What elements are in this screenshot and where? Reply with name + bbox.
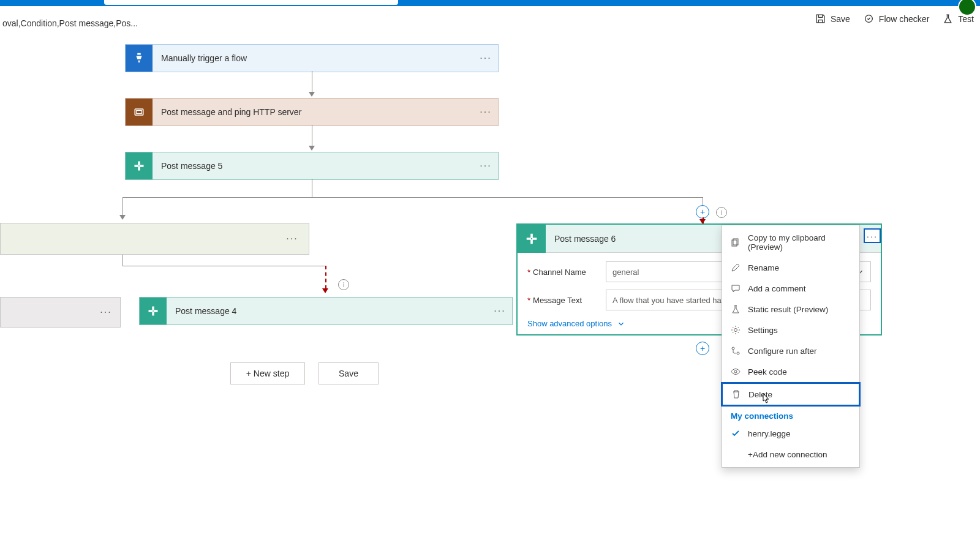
menu-add-connection-label: +Add new connection <box>748 450 827 459</box>
comment-icon <box>731 283 741 293</box>
svg-point-6 <box>732 347 734 350</box>
slack-icon <box>126 152 153 179</box>
scope-title: Post message and ping HTTP server <box>153 107 473 117</box>
svg-rect-2 <box>137 111 141 114</box>
blank-icon <box>731 449 741 459</box>
connector-line <box>123 197 123 216</box>
scope-more-button[interactable]: ··· <box>473 99 498 126</box>
channel-value: general <box>612 268 639 277</box>
menu-connections-heading: My connections <box>722 407 859 423</box>
menu-delete[interactable]: Delete <box>721 382 861 407</box>
connector-line <box>312 179 312 197</box>
menu-add-comment[interactable]: Add a comment <box>722 278 859 299</box>
menu-copy-clipboard[interactable]: Copy to my clipboard (Preview) <box>722 228 859 257</box>
insert-step-button[interactable]: + <box>696 342 709 355</box>
post-message-5-card[interactable]: Post message 5 ··· <box>125 152 499 180</box>
save-flow-button[interactable]: Save <box>318 362 379 384</box>
menu-add-connection[interactable]: +Add new connection <box>722 444 859 465</box>
post5-more-button[interactable]: ··· <box>473 152 498 179</box>
left-branch-card[interactable]: ··· <box>0 223 309 255</box>
new-step-button[interactable]: + New step <box>230 362 305 384</box>
breadcrumb: oval,Condition,Post message,Pos... <box>2 18 138 28</box>
arrow-icon <box>309 92 315 97</box>
arrow-red-icon <box>322 288 328 293</box>
menu-comment-label: Add a comment <box>748 284 806 293</box>
menu-peek-code[interactable]: Peek code <box>722 361 859 382</box>
menu-copy-label: Copy to my clipboard (Preview) <box>748 233 851 252</box>
slack-icon <box>518 225 546 253</box>
save-button[interactable]: Save <box>815 13 850 24</box>
trigger-title: Manually trigger a flow <box>153 53 473 63</box>
connector-line <box>312 125 312 147</box>
post4-title: Post message 4 <box>167 306 488 316</box>
flow-checker-icon <box>864 13 874 24</box>
menu-rename-label: Rename <box>748 263 779 272</box>
flow-toolbar: Save Flow checker Test <box>815 13 974 24</box>
menu-connection-label: henry.legge <box>748 429 791 438</box>
eye-icon <box>731 367 741 377</box>
context-menu: Copy to my clipboard (Preview) Rename Ad… <box>722 225 860 468</box>
menu-peek-label: Peek code <box>748 367 787 377</box>
connector-line <box>123 255 123 266</box>
svg-point-7 <box>737 352 739 354</box>
show-advanced-link[interactable]: Show advanced options <box>527 318 625 328</box>
info-icon[interactable]: i <box>338 279 349 290</box>
message-label: *Message Text <box>527 296 606 305</box>
scope-card[interactable]: Post message and ping HTTP server ··· <box>125 98 499 126</box>
connector-line <box>123 197 703 198</box>
cursor-icon <box>761 392 772 406</box>
show-advanced-label: Show advanced options <box>527 319 612 328</box>
check-icon <box>731 429 741 438</box>
post-message-4-card[interactable]: Post message 4 ··· <box>139 297 513 325</box>
menu-static-label: Static result (Preview) <box>748 305 828 314</box>
arrow-icon <box>309 146 315 151</box>
insert-step-button[interactable]: + <box>696 205 709 219</box>
slack-icon <box>140 298 167 324</box>
menu-connection-item[interactable]: henry.legge <box>722 423 859 444</box>
flow-checker-label: Flow checker <box>879 14 929 24</box>
chevron-down-icon <box>617 320 625 328</box>
left-branch-more-button[interactable]: ··· <box>282 227 303 251</box>
trigger-more-button[interactable]: ··· <box>473 45 498 72</box>
menu-runafter-label: Configure run after <box>748 347 817 356</box>
menu-settings[interactable]: Settings <box>722 320 859 340</box>
test-button[interactable]: Test <box>943 13 974 24</box>
post6-more-button-active[interactable]: ··· <box>864 228 881 243</box>
flask-icon <box>731 304 741 314</box>
menu-settings-label: Settings <box>748 326 778 335</box>
scope-icon <box>126 99 153 126</box>
menu-static-result[interactable]: Static result (Preview) <box>722 299 859 320</box>
gear-icon <box>731 325 741 335</box>
left-stub-card[interactable]: ··· <box>0 297 121 328</box>
copy-icon <box>731 238 741 247</box>
flow-canvas: Manually trigger a flow ··· Post message… <box>0 36 980 551</box>
arrow-icon <box>119 215 126 220</box>
save-icon <box>815 13 826 24</box>
channel-label: *Channel Name <box>527 268 606 277</box>
menu-run-after[interactable]: Configure run after <box>722 340 859 361</box>
connector-line <box>312 71 312 93</box>
trash-icon <box>731 389 741 399</box>
message-value: A flow that you have started has <box>612 296 725 305</box>
menu-rename[interactable]: Rename <box>722 257 859 278</box>
post4-more-button[interactable]: ··· <box>488 298 512 324</box>
connector-line <box>123 266 325 266</box>
post5-title: Post message 5 <box>153 161 473 171</box>
trigger-icon <box>126 45 153 72</box>
search-placeholder-shadow <box>104 0 398 5</box>
test-icon <box>943 13 953 24</box>
flow-checker-button[interactable]: Flow checker <box>864 13 929 24</box>
connector-dashed <box>325 266 326 289</box>
test-label: Test <box>958 14 974 24</box>
save-label: Save <box>831 14 850 24</box>
info-icon[interactable]: i <box>716 207 727 218</box>
footer-buttons: + New step Save <box>230 362 379 384</box>
svg-point-5 <box>734 329 737 332</box>
trigger-card[interactable]: Manually trigger a flow ··· <box>125 44 499 72</box>
branch-icon <box>731 346 741 356</box>
left-stub-more-button[interactable]: ··· <box>96 300 116 324</box>
svg-point-8 <box>734 370 737 373</box>
pencil-icon <box>731 263 741 272</box>
